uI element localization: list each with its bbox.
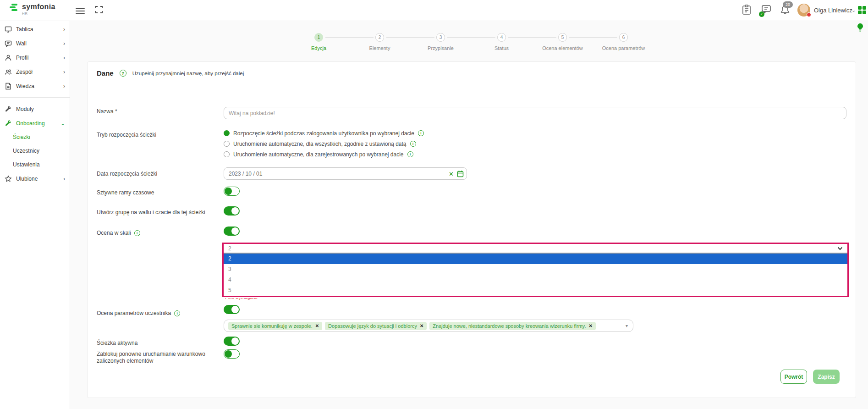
- step-number: 5: [558, 33, 567, 42]
- main-content: 1 Edycja 2 Elementy 3 Przypisanie 4 Stat…: [71, 21, 868, 409]
- messages-icon[interactable]: ✓: [761, 4, 773, 16]
- scale-select-value: 2: [228, 245, 837, 252]
- select-option-3[interactable]: 3: [224, 264, 847, 275]
- radio-label: Uruchomienie automatyczne, dla wszystkic…: [233, 141, 407, 147]
- scale-select[interactable]: 2: [224, 244, 847, 253]
- stepper-step-ocena-parametrow[interactable]: 6 Ocena parametrów: [593, 33, 654, 51]
- chevron-right-icon: ›: [63, 69, 65, 75]
- tag-close-icon[interactable]: ✕: [589, 323, 593, 328]
- chevron-right-icon: ›: [63, 176, 65, 182]
- sidebar-item-moduly[interactable]: Moduły: [0, 102, 70, 116]
- params-multiselect[interactable]: Sprawnie sie komunikuję w zespole. ✕ Dop…: [224, 320, 633, 332]
- info-icon[interactable]: i: [174, 310, 180, 316]
- calendar-icon[interactable]: [457, 170, 464, 177]
- select-option-4[interactable]: 4: [224, 275, 847, 285]
- wrench-icon: [5, 120, 12, 127]
- field-label-ocena-skali: Ocena w skali: [97, 230, 131, 237]
- sidebar-subitem-ustawienia[interactable]: Ustawienia: [0, 158, 70, 171]
- sidebar: Tablica › Wall › Profil › Zespół ›: [0, 21, 70, 409]
- sidebar-item-tablica[interactable]: Tablica ›: [0, 22, 70, 36]
- toggle-scale-rating[interactable]: [224, 227, 240, 236]
- field-label-nazwa: Nazwa *: [97, 108, 117, 115]
- step-label: Ocena elementów: [542, 45, 583, 51]
- step-label: Status: [494, 45, 509, 51]
- user-menu-chevron-icon[interactable]: ⌄: [852, 7, 856, 13]
- sidebar-item-profil[interactable]: Profil ›: [0, 50, 70, 65]
- info-icon[interactable]: i: [134, 230, 140, 236]
- tag-close-icon[interactable]: ✕: [315, 323, 319, 328]
- sidebar-item-onboarding[interactable]: Onboarding ⌄: [0, 116, 70, 130]
- radio-auto-all[interactable]: [224, 141, 230, 147]
- step-number: 4: [497, 33, 506, 42]
- start-date-input[interactable]: [224, 167, 467, 180]
- sidebar-item-label: Tablica: [16, 26, 33, 33]
- select-option-2[interactable]: 2: [224, 254, 847, 264]
- tag-close-icon[interactable]: ✕: [420, 323, 423, 328]
- toggle-create-group[interactable]: [224, 206, 240, 216]
- multiselect-chevron-icon[interactable]: ▾: [626, 323, 628, 328]
- radio-auto-registered[interactable]: [224, 151, 230, 157]
- step-number: 3: [436, 33, 445, 42]
- apps-grid-icon[interactable]: [858, 6, 866, 14]
- stepper-step-status[interactable]: 4 Status: [471, 33, 532, 51]
- avatar[interactable]: [797, 4, 810, 17]
- info-icon[interactable]: i: [410, 141, 416, 147]
- notifications-bell-icon[interactable]: 20: [780, 4, 792, 16]
- param-tag: Sprawnie sie komunikuję w zespole. ✕: [228, 322, 322, 330]
- chevron-right-icon: ›: [63, 55, 65, 61]
- sidebar-item-label: Wall: [16, 40, 27, 47]
- toggle-path-active[interactable]: [224, 337, 240, 346]
- stepper-step-przypisanie[interactable]: 3 Przypisanie: [410, 33, 471, 51]
- brand-sub: HR: [22, 12, 55, 16]
- avatar-status-dot: [807, 12, 811, 17]
- field-label-utworz-grupe: Utwórz grupę na wallu i czacie dla tej ś…: [97, 209, 205, 216]
- toggle-block-rerun[interactable]: [224, 349, 240, 359]
- sidebar-item-label: Ulubione: [16, 176, 38, 182]
- step-number: 1: [314, 33, 323, 42]
- sidebar-item-zespol[interactable]: Zespół ›: [0, 65, 70, 79]
- info-icon[interactable]: i: [418, 130, 424, 136]
- people-icon: [5, 68, 12, 76]
- field-label-ocena-parametrow: Ocena parametrów uczestnika: [97, 310, 171, 317]
- tag-label: Znajduje nowe, niestandardowe sposoby kr…: [433, 323, 586, 329]
- help-icon[interactable]: ?: [120, 70, 126, 77]
- stepper-step-edycja[interactable]: 1 Edycja: [288, 33, 349, 51]
- sidebar-item-wiedza[interactable]: Wiedza ›: [0, 79, 70, 93]
- step-number: 2: [375, 33, 384, 42]
- toggle-rigid-timeframe[interactable]: [224, 187, 240, 196]
- save-button[interactable]: Zapisz: [813, 370, 840, 384]
- step-label: Edycja: [311, 45, 326, 51]
- person-icon: [5, 54, 12, 61]
- clear-date-icon[interactable]: ✕: [449, 171, 454, 177]
- sidebar-subitem-sciezki[interactable]: Ścieżki: [0, 130, 70, 144]
- param-tag: Znajduje nowe, niestandardowe sposoby kr…: [429, 322, 596, 330]
- sidebar-item-wall[interactable]: Wall ›: [0, 36, 70, 50]
- lightbulb-icon[interactable]: [857, 23, 864, 32]
- sidebar-item-ulubione[interactable]: Ulubione ›: [0, 171, 70, 186]
- step-number: 6: [619, 33, 628, 42]
- document-icon: [5, 83, 12, 90]
- info-icon[interactable]: i: [407, 151, 413, 157]
- stepper-step-elementy[interactable]: 2 Elementy: [349, 33, 410, 51]
- radio-start-on-login[interactable]: [224, 130, 230, 136]
- step-label: Przypisanie: [428, 45, 454, 51]
- sidebar-subitem-uczestnicy[interactable]: Uczestnicy: [0, 144, 70, 158]
- back-button[interactable]: Powrót: [780, 370, 807, 384]
- select-option-5[interactable]: 5: [224, 285, 847, 296]
- field-label-sztywne-ramy: Sztywne ramy czasowe: [97, 189, 154, 196]
- sidebar-item-label: Wiedza: [16, 83, 34, 89]
- scale-select-annotation-box: 2 2 3 4 5: [222, 243, 849, 297]
- clipboard-icon[interactable]: [742, 4, 753, 16]
- select-chevron-icon: [837, 247, 843, 250]
- stepper-step-ocena-elementow[interactable]: 5 Ocena elementów: [532, 33, 593, 51]
- app-logo[interactable]: symfonia HR: [9, 3, 55, 16]
- section-hint: Uzupełnij przynajmniej nazwę, aby przejś…: [132, 71, 244, 76]
- tag-label: Dopasowuje język do sytuacji i odbiorcy: [328, 323, 417, 329]
- menu-toggle-icon[interactable]: [76, 6, 85, 14]
- messages-check-badge: ✓: [759, 11, 764, 17]
- fullscreen-icon[interactable]: [95, 6, 103, 14]
- start-mode-radio-group: Rozpoczęcie ścieżki podczas zalogowania …: [224, 128, 424, 160]
- toggle-participant-params[interactable]: [224, 305, 240, 314]
- step-label: Ocena parametrów: [602, 45, 645, 51]
- name-input[interactable]: [224, 107, 846, 119]
